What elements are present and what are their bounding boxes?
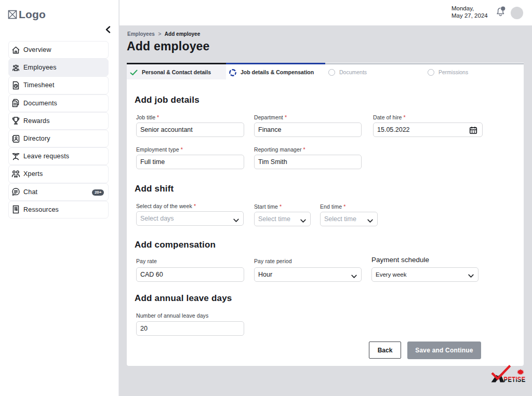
- svg-text:PETISE: PETISE: [504, 375, 526, 384]
